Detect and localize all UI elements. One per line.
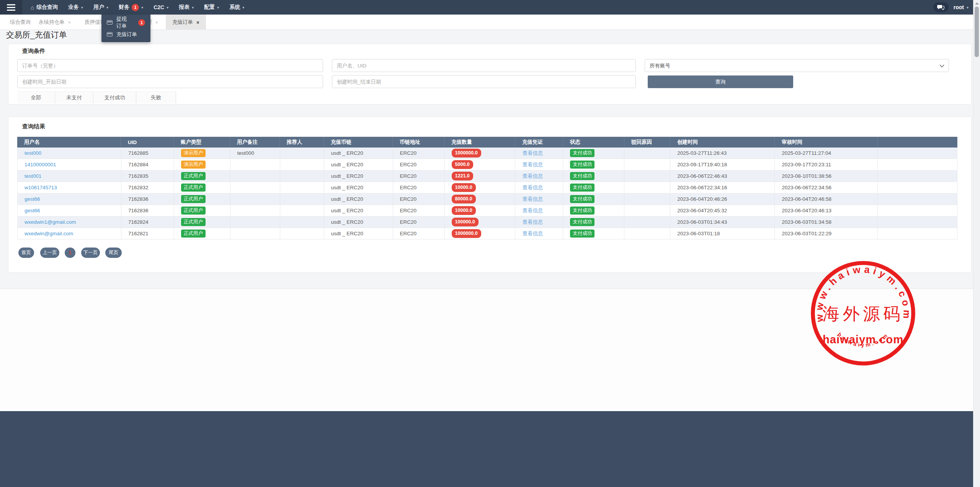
voucher-link[interactable]: 查看信息 xyxy=(522,173,543,180)
account-select[interactable]: 所有账号 xyxy=(645,59,949,72)
nav-item-label: 综合查询 xyxy=(36,4,58,11)
search-button[interactable]: 查询 xyxy=(648,75,793,88)
cell-reject xyxy=(624,148,670,159)
cell-audited: 2023-06-03T01:22:29 xyxy=(775,228,878,239)
chevron-down-icon: ▾ xyxy=(167,5,168,10)
tab-close-icon[interactable]: × xyxy=(68,20,71,25)
cell-uid: 7162884 xyxy=(121,159,174,170)
chat-icon xyxy=(937,5,944,10)
nav-item-1[interactable]: ⌂综合查询 xyxy=(31,4,58,11)
messages-button[interactable] xyxy=(933,2,949,12)
pagination-last[interactable]: 尾页 xyxy=(105,248,122,258)
filter-4[interactable]: 失败 xyxy=(136,92,176,103)
nav-item-6[interactable]: 报表▾ xyxy=(179,4,194,11)
scrollbar-thumb[interactable] xyxy=(975,7,979,57)
dropdown-item-2[interactable]: 充值订单 xyxy=(101,28,150,40)
voucher-link[interactable]: 查看信息 xyxy=(522,184,543,191)
amount-badge: 5000.0 xyxy=(452,160,473,169)
cell-remark xyxy=(230,171,280,182)
finance-dropdown-menu: 提现订单1充值订单 xyxy=(101,15,150,42)
cell-username: gest66 xyxy=(18,205,121,216)
cell-referrer xyxy=(280,216,324,228)
table-body: test0007162885演示用户test000usdt _ ERC20ERC… xyxy=(17,148,957,239)
status-badge: 支付成功 xyxy=(570,207,595,215)
cell-created: 2023-06-04T20:45:32 xyxy=(670,205,775,216)
voucher-link[interactable]: 查看信息 xyxy=(522,219,543,226)
page-scrollbar[interactable] xyxy=(973,0,980,487)
pagination-first[interactable]: 首页 xyxy=(18,248,34,258)
nav-item-2[interactable]: 业务▾ xyxy=(68,4,83,11)
cell-audited: 2023-09-17T20:23:11 xyxy=(775,159,878,170)
tab-close-icon[interactable]: × xyxy=(196,20,199,25)
tab-2[interactable]: 永续持仓单× xyxy=(39,15,71,30)
username-link[interactable]: wxedwin1@gmail.com xyxy=(24,219,76,225)
username-link[interactable]: wxedwin@gmail.com xyxy=(24,231,73,236)
voucher-link[interactable]: 查看信息 xyxy=(522,196,543,203)
cell-status: 支付成功 xyxy=(563,182,624,193)
dropdown-item-label: 充值订单 xyxy=(116,31,137,38)
cell-referrer xyxy=(280,193,324,205)
nav-item-4[interactable]: 财务1▾ xyxy=(119,4,143,11)
cell-amount: 10000.0 xyxy=(445,182,516,193)
col-header-created: 创建时间 xyxy=(670,137,775,148)
cell-audited: 2025-03-27T11:27:04 xyxy=(775,148,878,159)
col-header-coin: 充值币链 xyxy=(324,137,393,148)
username-link[interactable]: 14100000001 xyxy=(24,162,56,167)
notification-badge: 1 xyxy=(132,4,139,11)
tab-1[interactable]: 综合查询 xyxy=(10,15,31,30)
nav-item-7[interactable]: 配置▾ xyxy=(204,4,219,11)
cell-audited: 2023-06-04T20:46:58 xyxy=(775,193,878,205)
voucher-link[interactable]: 查看信息 xyxy=(522,230,543,237)
query-panel-title: 查询条件 xyxy=(22,48,45,55)
tab-close-icon[interactable]: × xyxy=(155,20,158,25)
username-link[interactable]: gest66 xyxy=(24,208,40,213)
nav-item-3[interactable]: 用户▾ xyxy=(93,4,108,11)
cell-amount: 100000.0 xyxy=(445,216,516,228)
username-link[interactable]: test000 xyxy=(24,150,41,156)
scrollbar-up-arrow[interactable] xyxy=(975,2,979,5)
nav-item-label: 配置 xyxy=(204,4,215,11)
account-type-badge: 正式用户 xyxy=(181,230,206,238)
account-type-badge: 演示用户 xyxy=(181,161,206,169)
top-navbar: ⌂综合查询业务▾用户▾财务1▾C2C▾报表▾配置▾系统▾ root ▾ xyxy=(0,0,980,15)
filter-3[interactable]: 支付成功 xyxy=(93,92,136,103)
pagination-prev[interactable]: 上一页 xyxy=(40,248,59,258)
table-row: wxedwin1@gmail.com7162824正式用户usdt _ ERC2… xyxy=(17,216,957,228)
col-header-status: 状态 xyxy=(563,137,624,148)
username-link[interactable]: test001 xyxy=(24,173,41,179)
voucher-link[interactable]: 查看信息 xyxy=(522,207,543,214)
start-date-input[interactable] xyxy=(17,75,323,88)
cell-coin: usdt _ ERC20 xyxy=(324,159,393,170)
cell-created: 2023-09-17T19:40:18 xyxy=(670,159,775,170)
filter-1[interactable]: 全部 xyxy=(17,92,55,103)
nav-item-8[interactable]: 系统▾ xyxy=(229,4,244,11)
nav-item-5[interactable]: C2C▾ xyxy=(154,4,168,10)
cell-referrer xyxy=(280,159,324,170)
end-date-input[interactable] xyxy=(332,75,636,88)
filter-2[interactable]: 未支付 xyxy=(55,92,93,103)
cell-status: 支付成功 xyxy=(563,193,624,205)
pagination-current-page[interactable]: 1 xyxy=(65,248,75,258)
pagination-next[interactable]: 下一页 xyxy=(81,248,100,258)
voucher-link[interactable]: 查看信息 xyxy=(522,150,543,157)
user-input[interactable] xyxy=(332,59,636,72)
cell-status: 支付成功 xyxy=(563,205,624,216)
status-badge: 支付成功 xyxy=(570,218,595,226)
table-header-row: 用户名UID账户类型用户备注推荐人充值币链币链地址充值数量充值凭证状态驳回原因创… xyxy=(17,137,957,148)
voucher-link[interactable]: 查看信息 xyxy=(522,161,543,168)
col-header-uid: UID xyxy=(121,137,174,148)
page-title: 交易所_充值订单 xyxy=(6,30,67,40)
table-row: wxedwin@gmail.com7162821正式用户usdt _ ERC20… xyxy=(17,228,957,239)
username-link[interactable]: w1061745713 xyxy=(24,185,57,190)
dropdown-item-1[interactable]: 提现订单1 xyxy=(101,16,150,28)
user-menu[interactable]: root ▾ xyxy=(954,4,969,10)
username-link[interactable]: gest66 xyxy=(24,196,40,202)
col-header-chain: 币链地址 xyxy=(393,137,444,148)
sidebar-toggle-button[interactable] xyxy=(0,0,22,15)
status-filter-tabs: 全部未支付支付成功失败 xyxy=(17,91,176,103)
tab-5[interactable]: 充值订单× xyxy=(166,15,206,30)
cell-chain: ERC20 xyxy=(393,228,445,239)
main-menu: ⌂综合查询业务▾用户▾财务1▾C2C▾报表▾配置▾系统▾ xyxy=(31,4,244,11)
cell-created: 2023-06-06T22:46:43 xyxy=(670,171,775,182)
order-no-input[interactable] xyxy=(17,59,323,72)
